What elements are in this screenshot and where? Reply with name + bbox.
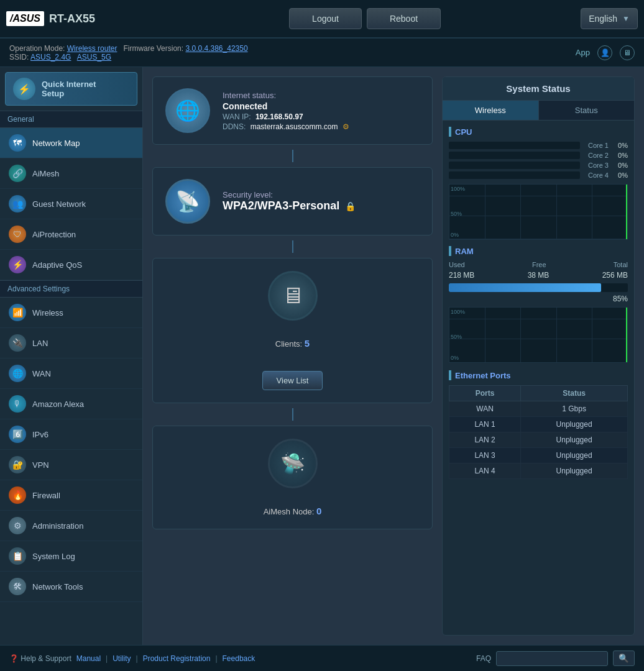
sep-3: | (215, 654, 217, 663)
ram-graph-vgrid-4 (592, 308, 592, 362)
sidebar-item-system-log[interactable]: 📋 System Log (0, 541, 142, 572)
router-card: 📡 Security level: WPA2/WPA3-Personal 🔒 (152, 167, 433, 235)
help-support-label[interactable]: ❓ Help & Support (9, 654, 71, 663)
tab-wireless[interactable]: Wireless (443, 101, 539, 120)
table-row: LAN 3Unplugged (449, 448, 628, 463)
reboot-button[interactable]: Reboot (367, 8, 441, 29)
eth-port-cell: LAN 4 (449, 463, 521, 479)
content-area: 🌐 Internet status: Connected WAN IP: 192… (143, 67, 644, 645)
eth-status-cell: 1 Gbps (521, 401, 628, 417)
language-label: English (589, 14, 617, 24)
ddns-value: masterrak.asuscomm.com (251, 122, 338, 131)
graph-0-label: 0% (451, 232, 459, 238)
tab-status[interactable]: Status (539, 101, 635, 120)
ssid-24-value[interactable]: ASUS_2.4G (30, 53, 71, 62)
sidebar-item-label-adaptive-qos: Adaptive QoS (32, 260, 82, 270)
sidebar-item-firewall[interactable]: 🔥 Firewall (0, 480, 142, 511)
sidebar-item-guest-network[interactable]: 👥 Guest Network (0, 189, 142, 219)
ram-graph-vgrid-1 (485, 308, 485, 362)
security-label: Security level: (223, 190, 420, 199)
graph-grid-mid (449, 216, 627, 216)
sidebar-item-ipv6[interactable]: 6️⃣ IPv6 (0, 419, 142, 450)
sidebar-item-label-vpn: VPN (32, 460, 49, 470)
eth-port-cell: WAN (449, 401, 521, 417)
top-buttons: Logout Reboot (149, 8, 581, 29)
cpu-core-3-label: Core 3 (584, 162, 609, 169)
sidebar-item-aimesh[interactable]: 🔗 AiMesh (0, 158, 142, 189)
logout-button[interactable]: Logout (289, 8, 362, 29)
user-icon[interactable]: 👤 (597, 45, 612, 60)
feedback-link[interactable]: Feedback (223, 654, 255, 663)
cpu-core-1-label: Core 1 (584, 142, 609, 149)
faq-search-input[interactable] (496, 651, 608, 666)
advanced-section-header: Advanced Settings (0, 280, 142, 298)
sidebar-item-label-wan: WAN (32, 369, 51, 378)
aiprotection-icon: 🛡 (9, 226, 26, 243)
sidebar-item-vpn[interactable]: 🔐 VPN (0, 450, 142, 480)
status-content: CPU Core 1 0% (443, 121, 634, 635)
view-list-button[interactable]: View List (262, 371, 323, 390)
app-label[interactable]: App (576, 48, 590, 57)
graph-grid-bot (449, 239, 627, 239)
sidebar-item-label-system-log: System Log (32, 552, 75, 561)
internet-status-value: Connected (223, 101, 420, 111)
clients-label: Clients: (275, 339, 302, 349)
sidebar-item-wan[interactable]: 🌐 WAN (0, 358, 142, 389)
manual-link[interactable]: Manual (76, 654, 101, 663)
sidebar-item-network-tools[interactable]: 🛠 Network Tools (0, 572, 142, 602)
router-icon: 📡 (165, 179, 210, 224)
amazon-alexa-icon: 🎙 (9, 395, 26, 413)
language-selector[interactable]: English ▼ (581, 8, 638, 29)
sidebar-item-network-map[interactable]: 🗺 Network Map (0, 128, 142, 158)
quick-setup-icon: ⚡ (13, 78, 35, 100)
sidebar-item-adaptive-qos[interactable]: ⚡ Adaptive QoS (0, 250, 142, 280)
settings-icon[interactable]: ⚙ (343, 122, 349, 131)
asus-logo: /ASUS (6, 11, 44, 26)
sidebar-item-administration[interactable]: ⚙ Administration (0, 511, 142, 541)
sidebar-item-aiprotection[interactable]: 🛡 AiProtection (0, 219, 142, 250)
sidebar-item-wireless[interactable]: 📶 Wireless (0, 298, 142, 328)
ram-values: 218 MB 38 MB 256 MB (449, 271, 628, 280)
sidebar-item-label-aimesh: AiMesh (32, 169, 59, 178)
product-registration-link[interactable]: Product Registration (143, 654, 211, 663)
internet-status-label: Internet status: (223, 91, 420, 100)
operation-mode-value[interactable]: Wireless router (67, 44, 117, 53)
ssid-label: SSID: (9, 53, 29, 62)
firmware-value[interactable]: 3.0.0.4.386_42350 (185, 44, 247, 53)
sidebar-item-label-lan: LAN (32, 339, 48, 348)
security-value: WPA2/WPA3-Personal 🔒 (223, 199, 420, 212)
connector-1 (152, 150, 433, 162)
monitor-icon[interactable]: 🖥 (620, 45, 635, 60)
connector-3 (152, 408, 433, 421)
wan-icon: 🌐 (9, 365, 26, 382)
network-map-icon: 🗺 (9, 134, 26, 152)
utility-link[interactable]: Utility (113, 654, 131, 663)
cpu-core-1-row: Core 1 0% (449, 142, 628, 149)
aimesh-card: 🛸 AiMesh Node: 0 (152, 426, 433, 529)
wan-ip-value: 192.168.50.97 (255, 112, 303, 121)
chevron-down-icon: ▼ (622, 14, 630, 23)
bottom-bar: ❓ Help & Support Manual | Utility | Prod… (0, 645, 644, 671)
cpu-graph: 100% 50% 0% (449, 184, 628, 240)
ram-graph-100-label: 100% (451, 309, 465, 315)
cpu-core-4-label: Core 4 (584, 171, 609, 179)
faq-area: FAQ 🔍 (476, 650, 635, 666)
eth-port-cell: LAN 1 (449, 417, 521, 432)
administration-icon: ⚙ (9, 517, 26, 534)
system-status-header: System Status (443, 77, 634, 101)
ethernet-section-title: Ethernet Ports (449, 370, 628, 380)
firewall-icon: 🔥 (9, 486, 26, 504)
adaptive-qos-icon: ⚡ (9, 256, 26, 273)
wan-ip-label: WAN IP: (223, 112, 251, 121)
internet-card: 🌐 Internet status: Connected WAN IP: 192… (152, 76, 433, 145)
ssid-5-value[interactable]: ASUS_5G (77, 53, 111, 62)
quick-internet-setup[interactable]: ⚡ Quick InternetSetup (5, 72, 137, 106)
graph-vgrid-3 (556, 185, 557, 239)
aimesh-node-icon: 🛸 (268, 439, 318, 488)
faq-search-button[interactable]: 🔍 (613, 650, 635, 666)
sidebar-item-amazon-alexa[interactable]: 🎙 Amazon Alexa (0, 389, 142, 419)
sep-1: | (106, 654, 108, 663)
internet-info: Internet status: Connected WAN IP: 192.1… (223, 91, 420, 131)
sidebar-item-label-guest-network: Guest Network (32, 199, 86, 209)
sidebar-item-lan[interactable]: 🔌 LAN (0, 328, 142, 358)
